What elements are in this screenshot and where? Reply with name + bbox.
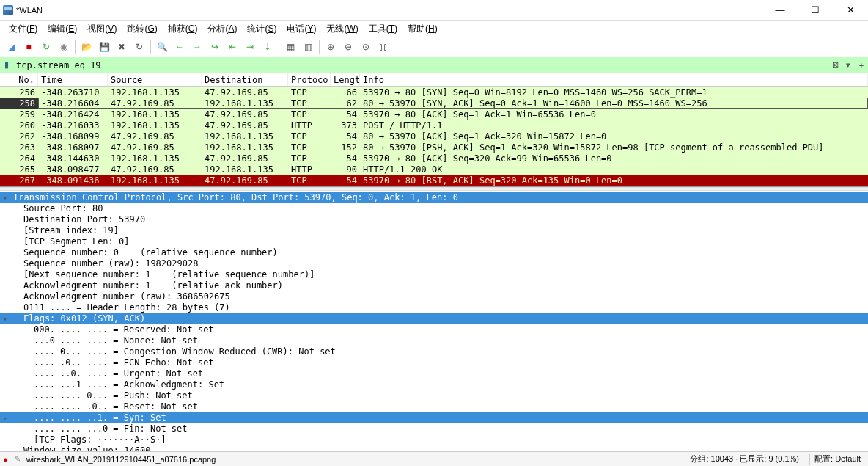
menu-bar: 文件(F)编辑(E)视图(V)跳转(G)捕获(C)分析(A)统计(S)电话(Y)… [0,21,868,37]
packet-row[interactable]: 265-348.09847747.92.169.85192.168.1.135H… [0,164,868,175]
menu-item[interactable]: 捕获(C) [163,21,202,37]
col-source[interactable]: Source [108,73,202,86]
open-file-icon[interactable]: 📂 [78,39,95,55]
detail-line[interactable]: .... 0... .... = Congestion Window Reduc… [0,346,868,357]
detail-line[interactable]: Acknowledgment number (raw): 3686502675 [0,291,868,302]
detail-line[interactable]: Transmission Control Protocol, Src Port:… [0,192,868,203]
detail-line[interactable]: .... .0.. .... = ECN-Echo: Not set [0,357,868,368]
expert-info-icon[interactable]: ● [3,455,8,459]
filter-bookmark-icon[interactable]: ▮ [0,60,13,70]
packet-row[interactable]: 260-348.216033192.168.1.13547.92.169.85H… [0,120,868,131]
filter-dropdown-icon[interactable]: ▾ [842,60,855,70]
save-file-icon[interactable]: 💾 [96,39,112,55]
packet-row[interactable]: 263-348.16809747.92.169.85192.168.1.135T… [0,142,868,153]
packet-row[interactable]: 262-348.16809947.92.169.85192.168.1.135T… [0,131,868,142]
detail-line[interactable]: .... .... ...0 = Fin: Not set [0,423,868,434]
app-icon [3,5,13,15]
detail-line[interactable]: Acknowledgment number: 1 (relative ack n… [0,280,868,291]
detail-line[interactable]: .... .... 0... = Push: Not set [0,390,868,401]
detail-line[interactable]: 000. .... .... = Reserved: Not set [0,324,868,335]
menu-item[interactable]: 帮助(H) [403,21,442,37]
col-length[interactable]: Length [331,73,360,86]
find-icon[interactable]: 🔍 [154,39,170,55]
zoom-out-icon[interactable]: ⊖ [340,39,356,55]
start-capture-icon[interactable]: ◢ [3,39,19,55]
col-protocol[interactable]: Protocol [288,73,331,86]
last-icon[interactable]: ⇥ [242,39,258,55]
filter-add-icon[interactable]: + [855,61,868,70]
stop-capture-icon[interactable]: ■ [21,39,37,55]
packet-details[interactable]: Transmission Control Protocol, Src Port:… [0,191,868,459]
col-time[interactable]: Time [38,73,108,86]
menu-item[interactable]: 分析(A) [203,21,241,37]
detail-line[interactable]: .... .... ..1. = Syn: Set [0,412,868,423]
menu-item[interactable]: 视图(V) [83,21,121,37]
status-packet-count: 分组: 10043 · 已显示: 9 (0.1%) [685,454,803,459]
detail-line[interactable]: Sequence number (raw): 1982029028 [0,258,868,269]
col-destination[interactable]: Destination [202,73,288,86]
col-no[interactable]: No. [0,73,38,86]
packet-row[interactable]: 264-348.144630192.168.1.13547.92.169.85T… [0,153,868,164]
minimize-button[interactable]: — [765,4,795,15]
zoom-in-icon[interactable]: ⊕ [323,39,339,55]
detail-line[interactable]: ...0 .... .... = Nonce: Not set [0,335,868,346]
detail-line[interactable]: .... .... .0.. = Reset: Not set [0,401,868,412]
display-filter-bar: ▮ ⊠ ▾ + [0,57,868,73]
display-filter-input[interactable] [13,59,828,72]
menu-item[interactable]: 统计(S) [243,21,281,37]
detail-line[interactable]: Destination Port: 53970 [0,214,868,225]
options-icon[interactable]: ◉ [56,39,72,55]
menu-item[interactable]: 文件(F) [4,21,42,37]
restart-capture-icon[interactable]: ↻ [38,39,54,55]
status-bar: ● ✎ wireshark_WLAN_20191129104451_a07616… [0,451,868,459]
jump-icon[interactable]: ↪ [207,39,223,55]
detail-line[interactable]: [Stream index: 19] [0,225,868,236]
colorize-icon[interactable]: ▦ [282,39,298,55]
menu-item[interactable]: 电话(Y) [282,21,320,37]
packet-list-header: No. Time Source Destination Protocol Len… [0,73,868,87]
packet-row[interactable]: 256-348.263710192.168.1.13547.92.169.85T… [0,87,868,98]
packet-list[interactable]: No. Time Source Destination Protocol Len… [0,73,868,187]
col-info[interactable]: Info [360,73,868,86]
menu-item[interactable]: 编辑(E) [43,21,81,37]
capture-comment-icon[interactable]: ✎ [14,454,21,459]
menu-item[interactable]: 跳转(G) [122,21,161,37]
detail-line[interactable]: .... ..0. .... = Urgent: Not set [0,368,868,379]
window-title: *WLAN [16,6,43,15]
close-file-icon[interactable]: ✖ [114,39,130,55]
detail-line[interactable]: [TCP Segment Len: 0] [0,236,868,247]
detail-line[interactable]: Source Port: 80 [0,203,868,214]
packet-row[interactable]: 258-348.21660447.92.169.85192.168.1.135T… [0,98,868,109]
maximize-button[interactable]: ☐ [801,4,830,15]
detail-line[interactable]: Sequence number: 0 (relative sequence nu… [0,247,868,258]
next-icon[interactable]: → [189,39,205,55]
title-bar: *WLAN — ☐ ✕ [0,0,868,21]
toolbar: ◢ ■ ↻ ◉ 📂 💾 ✖ ↻ 🔍 ← → ↪ ⇤ ⇥ ⇣ ▦ ▥ ⊕ ⊖ ⊙ … [0,37,868,57]
status-profile[interactable]: 配置: Default [809,454,865,459]
close-button[interactable]: ✕ [836,4,865,15]
resize-cols-icon[interactable]: ⫿⫿ [375,39,391,55]
menu-item[interactable]: 工具(T) [364,21,402,37]
packet-row[interactable]: 259-348.216424192.168.1.13547.92.169.85T… [0,109,868,120]
prev-icon[interactable]: ← [172,39,188,55]
status-file: wireshark_WLAN_20191129104451_a07616.pca… [26,455,216,459]
filter-clear-icon[interactable]: ⊠ [828,60,842,70]
menu-item[interactable]: 无线(W) [322,21,362,37]
reload-icon[interactable]: ↻ [131,39,147,55]
detail-line[interactable]: 0111 .... = Header Length: 28 bytes (7) [0,302,868,313]
detail-line[interactable]: Flags: 0x012 (SYN, ACK) [0,313,868,324]
detail-line[interactable]: [TCP Flags: ·······A··S·] [0,434,868,445]
packet-row[interactable]: 267-348.091436192.168.1.13547.92.169.85T… [0,175,868,186]
columns-icon[interactable]: ▥ [300,39,316,55]
detail-line[interactable]: .... ...1 .... = Acknowledgment: Set [0,379,868,390]
zoom-reset-icon[interactable]: ⊙ [358,39,374,55]
first-icon[interactable]: ⇤ [224,39,240,55]
auto-scroll-icon[interactable]: ⇣ [260,39,276,55]
detail-line[interactable]: [Next sequence number: 1 (relative seque… [0,269,868,280]
